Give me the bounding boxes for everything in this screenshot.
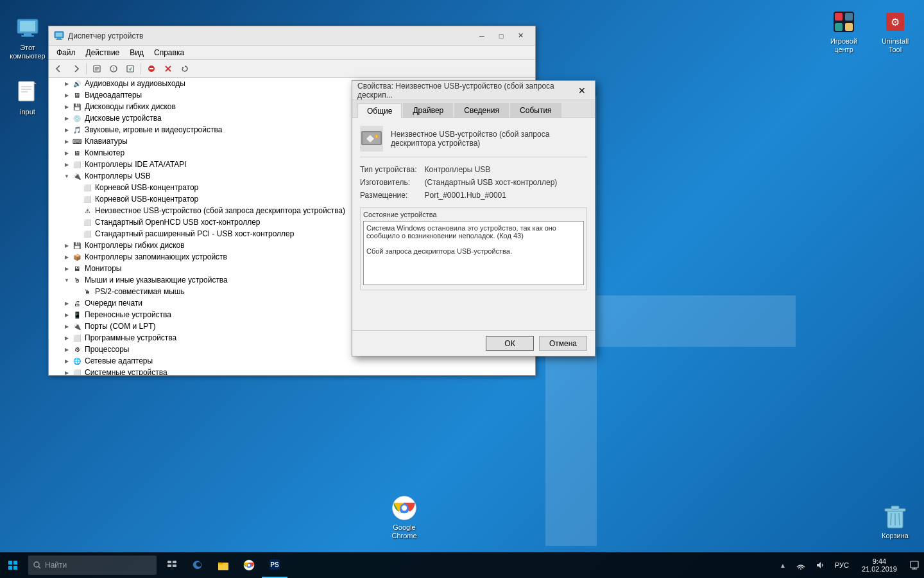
desktop: Этот компьютер input Игровой центр — [0, 0, 924, 578]
minimize-button[interactable]: ─ — [472, 30, 492, 42]
mice-icon: 🖱 — [72, 275, 82, 285]
toolbar-back[interactable] — [51, 62, 67, 76]
expand-system[interactable]: ▶ — [62, 367, 72, 375]
svg-rect-67 — [911, 561, 918, 568]
taskbar: Найти — [0, 552, 924, 578]
close-button[interactable]: ✕ — [511, 30, 530, 42]
usb-unknown-icon warn-icon: ⚠ — [82, 206, 92, 216]
toolbar: ! — [49, 60, 535, 78]
usb-hub2-icon: ⬜ — [82, 194, 92, 204]
language-tray[interactable]: РУС — [830, 552, 854, 578]
ide-icon: ⬜ — [72, 159, 82, 170]
menu-action[interactable]: Действие — [81, 46, 125, 59]
ports-icon: 🔌 — [72, 321, 82, 331]
expand-software[interactable]: ▶ — [62, 333, 72, 343]
tab-driver[interactable]: Драйвер — [403, 103, 453, 118]
start-button[interactable] — [0, 552, 26, 578]
language-label: РУС — [835, 561, 849, 569]
expand-processors[interactable]: ▶ — [62, 344, 72, 355]
svg-marker-5 — [34, 82, 37, 84]
expand-ide[interactable]: ▶ — [62, 159, 72, 170]
usb-hub1-icon: ⬜ — [82, 182, 92, 193]
device-manager-titlebar[interactable]: Диспетчер устройств ─ □ ✕ — [49, 26, 535, 46]
device-header: ! Неизвестное USB-устройство (сбой запро… — [360, 126, 587, 157]
game-center-label: Игровой центр — [824, 37, 864, 54]
volume-tray[interactable] — [810, 552, 830, 578]
expand-computer[interactable]: ▶ — [62, 148, 72, 158]
desktop-icon-this-computer[interactable]: Этот компьютер — [5, 13, 50, 63]
expand-video[interactable]: ▶ — [62, 90, 72, 100]
device-manager-controls: ─ □ ✕ — [472, 30, 530, 42]
menu-help[interactable]: Справка — [149, 46, 189, 59]
manufacturer-value: (Стандартный USB хост-контроллер) — [425, 178, 588, 187]
expand-audio[interactable]: ▶ — [62, 78, 72, 89]
cancel-button[interactable]: Отмена — [539, 336, 587, 351]
network-tray[interactable] — [791, 552, 810, 578]
expand-storage[interactable]: ▶ — [62, 252, 72, 262]
expand-monitors[interactable]: ▶ — [62, 263, 72, 274]
expand-sound[interactable]: ▶ — [62, 125, 72, 135]
menu-view[interactable]: Вид — [124, 46, 149, 59]
ok-button[interactable]: ОК — [486, 336, 534, 351]
tab-details[interactable]: Сведения — [454, 103, 509, 118]
type-value: Контроллеры USB — [425, 165, 588, 174]
toolbar-uninstall[interactable] — [160, 62, 176, 76]
toolbar-properties[interactable] — [89, 62, 105, 76]
location-value: Port_#0001.Hub_#0001 — [425, 191, 588, 200]
input-label: input — [20, 108, 35, 116]
tab-events[interactable]: События — [510, 103, 561, 118]
software-icon: ⬜ — [72, 333, 82, 343]
svg-rect-52 — [167, 561, 171, 563]
toolbar-scan[interactable] — [123, 62, 138, 76]
expand-ports[interactable]: ▶ — [62, 321, 72, 331]
svg-text:!: ! — [113, 66, 114, 72]
properties-close-button[interactable]: ✕ — [574, 84, 590, 97]
network-icon: 🌐 — [72, 356, 82, 366]
taskbar-edge[interactable] — [185, 552, 210, 578]
expand-network[interactable]: ▶ — [62, 356, 72, 366]
expand-floppy[interactable]: ▶ — [62, 240, 72, 250]
tab-general[interactable]: Общие — [357, 103, 402, 118]
tray-icons[interactable]: ▲ — [774, 552, 791, 578]
svg-rect-53 — [173, 561, 176, 563]
expand-usb-ctrl[interactable]: ▼ — [62, 171, 72, 181]
expand-mice[interactable]: ▼ — [62, 275, 72, 285]
toolbar-disable[interactable] — [144, 62, 159, 76]
toolbar-refresh[interactable] — [177, 62, 193, 76]
video-icon: 🖥 — [72, 90, 82, 100]
expand-disk[interactable]: ▶ — [62, 113, 72, 123]
expand-printers[interactable]: ▶ — [62, 298, 72, 308]
expand-keyboard[interactable]: ▶ — [62, 136, 72, 146]
status-textarea[interactable]: Система Windows остановила это устройств… — [363, 221, 584, 285]
action-center[interactable] — [905, 552, 924, 578]
status-group: Состояние устройства Система Windows ост… — [360, 207, 587, 290]
device-item-system[interactable]: ▶ ⬜ Системные устройства — [49, 367, 535, 375]
desktop-icon-uninstall-tool[interactable]: ⚙ Uninstall Tool — [873, 6, 918, 57]
maximize-button[interactable]: □ — [492, 30, 511, 42]
processors-icon: ⚙ — [72, 344, 82, 355]
desktop-icon-game-center[interactable]: Игровой центр — [821, 6, 866, 57]
task-view-button[interactable] — [159, 552, 185, 578]
desktop-icon-recycle[interactable]: Корзина — [873, 501, 918, 543]
taskbar-powershell[interactable]: PS — [262, 552, 287, 578]
desktop-icon-chrome[interactable]: Google Chrome — [382, 493, 427, 543]
toolbar-update-driver[interactable]: ! — [106, 62, 121, 76]
svg-rect-27 — [56, 33, 62, 37]
desktop-icon-input[interactable]: input — [5, 77, 50, 119]
svg-line-51 — [38, 566, 40, 568]
expand-portable[interactable]: ▶ — [62, 310, 72, 320]
taskbar-explorer[interactable] — [210, 552, 236, 578]
taskbar-chrome[interactable] — [236, 552, 262, 578]
properties-tabs: Общие Драйвер Сведения События — [352, 100, 595, 118]
toolbar-forward[interactable] — [68, 62, 83, 76]
device-item-network[interactable]: ▶ 🌐 Сетевые адаптеры — [49, 355, 535, 367]
taskbar-search[interactable]: Найти — [28, 556, 157, 575]
taskbar-clock[interactable]: 9:44 21.02.2019 — [854, 552, 905, 578]
svg-rect-48 — [8, 566, 12, 570]
menu-file[interactable]: Файл — [51, 46, 81, 59]
expand-floppy-ctrl[interactable]: ▶ — [62, 101, 72, 112]
usb-ctrl-icon: 🔌 — [72, 171, 82, 181]
svg-rect-46 — [8, 561, 12, 565]
properties-titlebar[interactable]: Свойства: Неизвестное USB-устройство (сб… — [352, 81, 595, 100]
clock-time: 9:44 — [873, 557, 886, 565]
